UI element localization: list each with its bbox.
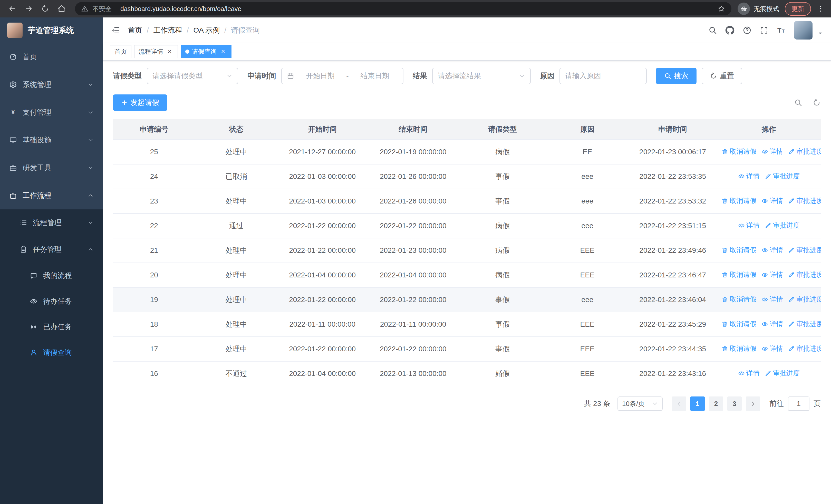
action-cancel[interactable]: 取消请假	[721, 147, 756, 156]
tab-home[interactable]: 首页	[110, 45, 132, 58]
tab-process-detail[interactable]: 流程详情×	[134, 45, 178, 58]
sidebar-item-process-mgmt[interactable]: 流程管理	[0, 209, 103, 236]
action-label: 取消请假	[729, 245, 756, 255]
page-button-2[interactable]: 2	[709, 396, 723, 411]
table-header-row: 申请编号状态开始时间结束时间请假类型原因申请时间操作	[113, 119, 821, 140]
action-progress[interactable]: 审批进度	[788, 147, 821, 156]
sidebar-item-leave-query[interactable]: 请假查询	[0, 340, 103, 365]
prev-page-button[interactable]	[672, 396, 686, 411]
edit-icon	[788, 148, 795, 155]
cell-status: 处理中	[195, 189, 277, 213]
reset-button[interactable]: 重置	[701, 68, 742, 84]
tab-close-icon[interactable]: ×	[166, 48, 173, 55]
action-cancel[interactable]: 取消请假	[721, 344, 756, 353]
bookmark-star-icon[interactable]	[718, 5, 725, 12]
page-size-select[interactable]: 10条/页	[618, 396, 663, 411]
cell-end-time: 2022-01-23 00:00:00	[367, 238, 459, 263]
create-leave-button[interactable]: 发起请假	[113, 94, 167, 111]
action-detail[interactable]: 详情	[738, 221, 760, 230]
sidebar-collapse-button[interactable]	[111, 26, 120, 35]
breadcrumb-item[interactable]: OA 示例	[194, 25, 220, 35]
user-avatar[interactable]	[794, 21, 812, 39]
action-cancel[interactable]: 取消请假	[721, 196, 756, 205]
action-cancel[interactable]: 取消请假	[721, 295, 756, 304]
action-detail[interactable]: 详情	[762, 344, 783, 353]
fullscreen-icon[interactable]	[760, 26, 768, 35]
sidebar-item-workflow[interactable]: 工作流程	[0, 182, 103, 209]
browser-menu-icon[interactable]	[816, 5, 825, 13]
action-detail[interactable]: 详情	[762, 196, 783, 205]
browser-home-button[interactable]	[54, 2, 69, 16]
sidebar-item-task-mgmt[interactable]: 任务管理	[0, 236, 103, 263]
action-detail[interactable]: 详情	[738, 369, 760, 378]
action-detail[interactable]: 详情	[762, 295, 783, 304]
sidebar-item-my-process[interactable]: 我的流程	[0, 263, 103, 289]
leave-type-select[interactable]: 请选择请假类型	[147, 68, 238, 84]
action-progress[interactable]: 审批进度	[788, 196, 821, 205]
action-progress[interactable]: 审批进度	[788, 344, 821, 353]
font-size-icon[interactable]: TT	[777, 26, 786, 35]
sidebar-item-devtools[interactable]: 研发工具	[0, 154, 103, 182]
page-button-3[interactable]: 3	[727, 396, 742, 411]
sidebar-item-label: 已办任务	[43, 322, 72, 332]
apply-time-range-picker[interactable]: 开始日期 - 结束日期	[281, 68, 403, 84]
github-icon[interactable]	[725, 26, 735, 35]
action-detail[interactable]: 详情	[762, 270, 783, 279]
cell-reason: EEE	[546, 337, 628, 361]
result-select[interactable]: 请选择流结果	[432, 68, 531, 84]
action-progress[interactable]: 审批进度	[765, 172, 800, 181]
breadcrumb-item[interactable]: 首页	[128, 25, 142, 35]
action-label: 取消请假	[729, 344, 756, 353]
action-detail[interactable]: 详情	[762, 147, 783, 156]
page-button-1[interactable]: 1	[690, 396, 705, 411]
header-search-icon[interactable]	[708, 26, 717, 35]
toggle-search-icon[interactable]	[794, 98, 802, 107]
breadcrumb-separator: /	[224, 26, 226, 34]
action-detail[interactable]: 详情	[762, 320, 783, 328]
app-logo-row[interactable]: 芋道管理系统	[0, 18, 103, 43]
action-progress[interactable]: 审批进度	[788, 295, 821, 304]
tab-leave-query[interactable]: 请假查询×	[181, 45, 231, 58]
action-progress[interactable]: 审批进度	[765, 221, 800, 230]
action-label: 详情	[770, 344, 783, 353]
cell-apply-id: 23	[113, 189, 195, 213]
action-progress[interactable]: 审批进度	[765, 369, 800, 378]
browser-reload-button[interactable]	[38, 2, 52, 16]
reason-input[interactable]	[565, 72, 641, 80]
browser-update-button[interactable]: 更新	[785, 2, 811, 16]
cell-end-time: 2022-01-22 00:00:00	[367, 213, 459, 238]
action-cancel[interactable]: 取消请假	[721, 270, 756, 279]
table-row: 22通过2022-01-22 00:00:002022-01-22 00:00:…	[113, 213, 821, 238]
chevron-down-icon	[88, 110, 93, 115]
action-progress[interactable]: 审批进度	[788, 270, 821, 279]
avatar-caret-icon[interactable]	[818, 31, 823, 36]
action-detail[interactable]: 详情	[762, 245, 783, 255]
sidebar-item-home[interactable]: 首页	[0, 43, 103, 71]
sidebar-item-todo-task[interactable]: 待办任务	[0, 289, 103, 314]
browser-address-bar[interactable]: 不安全 dashboard.yudao.iocoder.cn/bpm/oa/le…	[75, 2, 732, 16]
tab-close-icon[interactable]: ×	[219, 48, 227, 55]
goto-page-input[interactable]	[788, 396, 809, 411]
column-header: 原因	[546, 119, 628, 140]
breadcrumb-item[interactable]: 工作流程	[153, 25, 182, 35]
action-label: 审批进度	[796, 320, 821, 328]
next-page-button[interactable]	[746, 396, 760, 411]
sidebar-item-payment[interactable]: ¥支付管理	[0, 98, 103, 126]
browser-forward-button[interactable]	[22, 2, 36, 16]
refresh-table-icon[interactable]	[812, 98, 821, 107]
action-progress[interactable]: 审批进度	[788, 320, 821, 328]
sidebar-item-done-task[interactable]: 已办任务	[0, 314, 103, 340]
action-progress[interactable]: 审批进度	[788, 245, 821, 255]
sidebar-item-system[interactable]: 系统管理	[0, 71, 103, 98]
browser-back-button[interactable]	[5, 2, 20, 16]
search-button[interactable]: 搜索	[656, 68, 696, 84]
action-detail[interactable]: 详情	[738, 172, 760, 181]
sidebar-item-label: 基础设施	[23, 135, 51, 145]
sidebar: 芋道管理系统 首页系统管理¥支付管理基础设施研发工具工作流程流程管理任务管理我的…	[0, 18, 103, 504]
help-icon[interactable]	[743, 26, 751, 35]
cell-status: 不通过	[195, 361, 277, 386]
action-cancel[interactable]: 取消请假	[721, 320, 756, 328]
header-actions: TT	[708, 21, 823, 39]
action-cancel[interactable]: 取消请假	[721, 245, 756, 255]
sidebar-item-infra[interactable]: 基础设施	[0, 126, 103, 154]
